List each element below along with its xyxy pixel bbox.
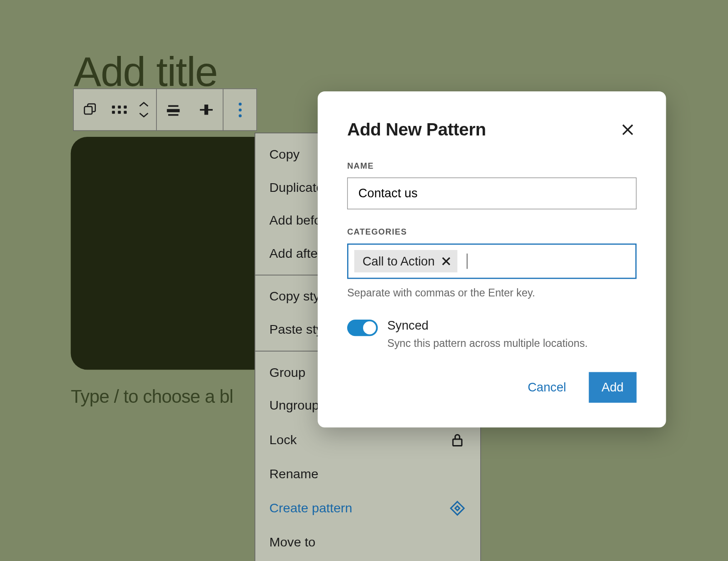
text-cursor: [467, 254, 468, 269]
category-tag-label: Call to Action: [363, 254, 435, 268]
add-button[interactable]: Add: [588, 372, 637, 402]
close-icon: [619, 121, 636, 138]
categories-label: CATEGORIES: [347, 227, 637, 236]
toggle-knob: [363, 321, 376, 335]
synced-description: Sync this pattern across multiple locati…: [387, 337, 637, 350]
remove-tag-button[interactable]: [441, 256, 451, 266]
synced-toggle[interactable]: [347, 320, 378, 336]
name-label: NAME: [347, 161, 637, 170]
add-pattern-modal: Add New Pattern NAME CATEGORIES Call to …: [318, 91, 666, 427]
name-input[interactable]: [347, 177, 637, 209]
synced-label: Synced: [387, 318, 637, 332]
category-tag: Call to Action: [354, 250, 457, 272]
modal-title: Add New Pattern: [347, 120, 486, 140]
cancel-button[interactable]: Cancel: [517, 372, 577, 402]
close-icon: [441, 256, 451, 266]
categories-input[interactable]: Call to Action: [347, 244, 637, 279]
categories-help-text: Separate with commas or the Enter key.: [347, 287, 637, 300]
modal-close-button[interactable]: [619, 121, 637, 139]
